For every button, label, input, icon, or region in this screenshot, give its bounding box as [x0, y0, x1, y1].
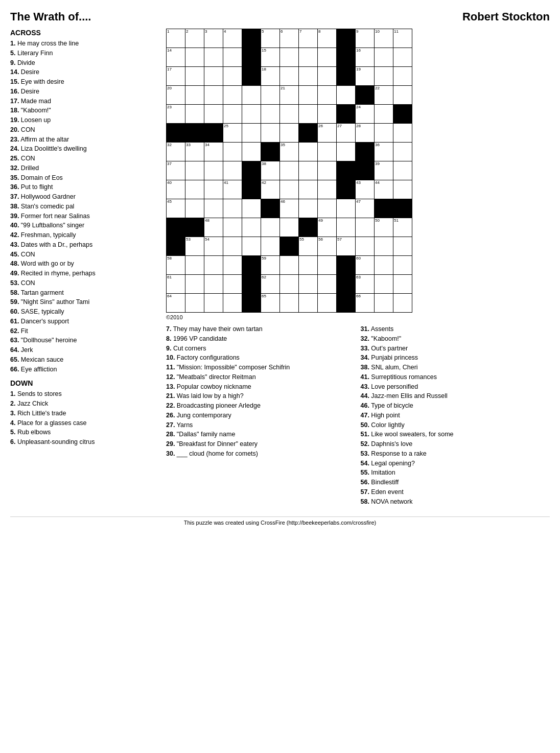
cell-1-3: [223, 48, 242, 67]
crossword-grid: 1234567891011141516171819202122232425262…: [166, 29, 412, 313]
across-clue-61: 61. Dancer's support: [10, 317, 158, 326]
across-clue-35: 35. Domain of Eos: [10, 173, 158, 183]
cell-14-12: [393, 294, 412, 313]
cell-9-2: [204, 199, 223, 218]
cell-1-5: 15: [261, 48, 280, 67]
cell-12-4: [242, 256, 261, 275]
cell-6-4: [242, 143, 261, 161]
cell-11-9: 57: [337, 237, 356, 256]
cell-11-8: 56: [318, 237, 337, 256]
across-clue-17: 17. Made mad: [10, 97, 158, 106]
down-clue-11: 11. "Mission: Impossible" composer Schif…: [166, 363, 356, 372]
cell-3-1: [185, 86, 204, 105]
cell-7-2: [204, 161, 223, 180]
cell-10-6: [280, 218, 299, 237]
cell-13-4: [242, 275, 261, 294]
cell-12-0: 58: [167, 256, 185, 275]
copyright: ©2010: [166, 314, 550, 320]
cell-14-11: [375, 294, 393, 313]
down-clue-52: 52. Daphnis's love: [361, 439, 550, 449]
cell-2-4: [242, 67, 261, 86]
cell-0-9: [337, 29, 356, 48]
cell-14-7: [299, 294, 318, 313]
down-clue-54: 54. Legal opening?: [361, 459, 550, 468]
cell-6-6: 35: [280, 143, 299, 161]
cell-13-7: [299, 275, 318, 294]
cell-8-11: 44: [375, 180, 393, 199]
cell-4-11: [375, 105, 393, 124]
down-clue-5: 5. Rub elbows: [10, 428, 158, 437]
cell-4-10: 24: [356, 105, 375, 124]
cell-9-8: [318, 199, 337, 218]
cell-7-10: [356, 161, 375, 180]
cell-7-1: [185, 161, 204, 180]
cell-10-2: 48: [204, 218, 223, 237]
cell-6-8: [318, 143, 337, 161]
cell-4-3: [223, 105, 242, 124]
cell-4-0: 23: [167, 105, 185, 124]
across-clue-38: 38. Stan's comedic pal: [10, 202, 158, 211]
cell-4-2: [204, 105, 223, 124]
cell-2-10: 19: [356, 67, 375, 86]
cell-2-5: 18: [261, 67, 280, 86]
across-clue-32: 32. Drilled: [10, 163, 158, 173]
cell-0-8: 8: [318, 29, 337, 48]
cell-10-4: [242, 218, 261, 237]
cell-5-12: [393, 124, 412, 143]
across-clue-23: 23. Affirm at the altar: [10, 135, 158, 145]
across-clue-19: 19. Loosen up: [10, 115, 158, 125]
across-clue-43: 43. Dates with a Dr., perhaps: [10, 240, 158, 250]
across-clue-48: 48. Word with go or by: [10, 259, 158, 269]
cell-5-11: [375, 124, 393, 143]
cell-3-9: [337, 86, 356, 105]
cell-1-6: [280, 48, 299, 67]
cell-4-1: [185, 105, 204, 124]
cell-12-3: [223, 256, 242, 275]
down-clue-38: 38. SNL alum, Cheri: [361, 363, 550, 372]
cell-6-10: [356, 143, 375, 161]
cell-1-2: [204, 48, 223, 67]
cell-12-6: [280, 256, 299, 275]
down-clues-right: 31. Assents32. "Kaboom!"33. Out's partne…: [361, 324, 550, 506]
cell-11-10: [356, 237, 375, 256]
cell-13-12: [393, 275, 412, 294]
down-clue-55: 55. Imitation: [361, 468, 550, 478]
across-clue-20: 20. CON: [10, 125, 158, 135]
cell-5-2: [204, 124, 223, 143]
across-clue-25: 25. CON: [10, 154, 158, 163]
across-clue-58: 58. Tartan garment: [10, 288, 158, 298]
down-clue-8: 8. 1996 VP candidate: [166, 334, 356, 344]
cell-2-3: [223, 67, 242, 86]
cell-8-10: 43: [356, 180, 375, 199]
cell-3-4: [242, 86, 261, 105]
cell-1-10: 16: [356, 48, 375, 67]
down-clue-21: 21. Was laid low by a high?: [166, 391, 356, 401]
cell-4-5: [261, 105, 280, 124]
cell-9-9: [337, 199, 356, 218]
cell-9-5: [261, 199, 280, 218]
down-clue-3: 3. Rich Little's trade: [10, 409, 158, 418]
cell-12-8: [318, 256, 337, 275]
across-clue-45: 45. CON: [10, 250, 158, 260]
across-clue-40: 40. "99 Luftballons" singer: [10, 221, 158, 230]
puzzle-title: The Wrath of....: [10, 10, 91, 23]
cell-5-10: 28: [356, 124, 375, 143]
down-clue-9: 9. Cut corners: [166, 344, 356, 354]
across-clue-5: 5. Literary Finn: [10, 49, 158, 58]
cell-0-1: 2: [185, 29, 204, 48]
cell-5-1: [185, 124, 204, 143]
down-clue-32: 32. "Kaboom!": [361, 334, 550, 344]
down-clue-12: 12. "Meatbals" director Reitman: [166, 372, 356, 382]
across-clue-63: 63. "Dollhouse" heroine: [10, 336, 158, 345]
cell-11-7: 55: [299, 237, 318, 256]
cell-5-8: 26: [318, 124, 337, 143]
cell-10-3: [223, 218, 242, 237]
cell-3-2: [204, 86, 223, 105]
across-clue-16: 16. Desire: [10, 87, 158, 97]
cell-10-11: 50: [375, 218, 393, 237]
down-clue-51: 51. Like wool sweaters, for some: [361, 430, 550, 439]
cell-8-9: [337, 180, 356, 199]
across-clue-15: 15. Eye with desire: [10, 77, 158, 87]
down-clue-41: 41. Surreptitious romances: [361, 372, 550, 382]
down-clues-left: 1. Sends to stores2. Jazz Chick3. Rich L…: [10, 389, 158, 447]
